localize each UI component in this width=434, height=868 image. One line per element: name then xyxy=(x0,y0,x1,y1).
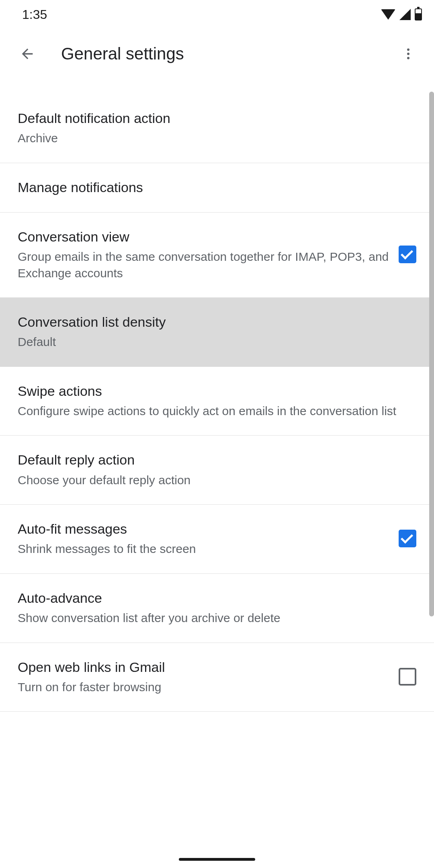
setting-item[interactable]: Default reply actionChoose your default … xyxy=(0,436,434,505)
arrow-back-icon xyxy=(19,46,35,62)
setting-title: Default notification action xyxy=(18,109,408,127)
checkbox[interactable] xyxy=(399,530,416,547)
setting-title: Auto-fit messages xyxy=(18,520,391,538)
status-bar: 1:35 xyxy=(0,0,434,29)
setting-title: Conversation view xyxy=(18,228,391,246)
setting-subtitle: Choose your default reply action xyxy=(18,472,408,489)
setting-text: Auto-advanceShow conversation list after… xyxy=(18,589,416,626)
setting-subtitle: Group emails in the same conversation to… xyxy=(18,249,391,281)
setting-title: Conversation list density xyxy=(18,313,408,331)
setting-item[interactable]: Conversation viewGroup emails in the sam… xyxy=(0,213,434,298)
setting-title: Default reply action xyxy=(18,451,408,469)
back-button[interactable] xyxy=(18,44,37,63)
page-title: General settings xyxy=(61,44,399,63)
setting-subtitle: Show conversation list after you archive… xyxy=(18,610,408,626)
gesture-handle[interactable] xyxy=(179,858,255,861)
setting-title: Manage notifications xyxy=(18,178,408,196)
signal-icon xyxy=(399,9,411,20)
setting-text: Default reply actionChoose your default … xyxy=(18,451,416,488)
status-time: 1:35 xyxy=(22,7,47,22)
svg-point-2 xyxy=(407,57,409,59)
setting-subtitle: Archive xyxy=(18,130,408,147)
app-bar: General settings xyxy=(0,29,434,79)
setting-item[interactable]: Default notification actionArchive xyxy=(0,94,434,163)
setting-title: Open web links in Gmail xyxy=(18,658,391,676)
setting-text: Auto-fit messagesShrink messages to fit … xyxy=(18,520,399,557)
setting-subtitle: Default xyxy=(18,334,408,350)
svg-point-1 xyxy=(407,53,409,55)
setting-text: Swipe actionsConfigure swipe actions to … xyxy=(18,382,416,420)
setting-item[interactable]: Auto-advanceShow conversation list after… xyxy=(0,574,434,643)
more-vert-icon xyxy=(401,47,416,61)
checkmark-icon xyxy=(401,531,413,544)
checkbox[interactable] xyxy=(399,246,416,263)
setting-item[interactable]: Manage notifications xyxy=(0,163,434,213)
wifi-icon xyxy=(381,9,395,20)
setting-text: Open web links in GmailTurn on for faste… xyxy=(18,658,399,696)
battery-icon xyxy=(415,8,422,20)
setting-text: Conversation list densityDefault xyxy=(18,313,416,350)
svg-point-0 xyxy=(407,49,409,51)
setting-text: Manage notifications xyxy=(18,178,416,196)
scrollbar[interactable] xyxy=(429,92,434,616)
setting-item[interactable]: Conversation list densityDefault xyxy=(0,298,434,367)
setting-text: Default notification actionArchive xyxy=(18,109,416,147)
setting-item[interactable]: Open web links in GmailTurn on for faste… xyxy=(0,643,434,712)
checkbox[interactable] xyxy=(399,668,416,686)
setting-title: Auto-advance xyxy=(18,589,408,607)
checkmark-icon xyxy=(401,247,413,260)
setting-title: Swipe actions xyxy=(18,382,408,400)
setting-item[interactable]: Auto-fit messagesShrink messages to fit … xyxy=(0,505,434,574)
setting-subtitle: Configure swipe actions to quickly act o… xyxy=(18,403,408,420)
status-icons xyxy=(381,8,422,20)
settings-list: Default notification actionArchiveManage… xyxy=(0,79,434,712)
setting-text: Conversation viewGroup emails in the sam… xyxy=(18,228,399,281)
setting-subtitle: Turn on for faster browsing xyxy=(18,679,391,696)
setting-subtitle: Shrink messages to fit the screen xyxy=(18,541,391,557)
more-menu-button[interactable] xyxy=(399,44,418,63)
setting-item[interactable]: Swipe actionsConfigure swipe actions to … xyxy=(0,367,434,436)
